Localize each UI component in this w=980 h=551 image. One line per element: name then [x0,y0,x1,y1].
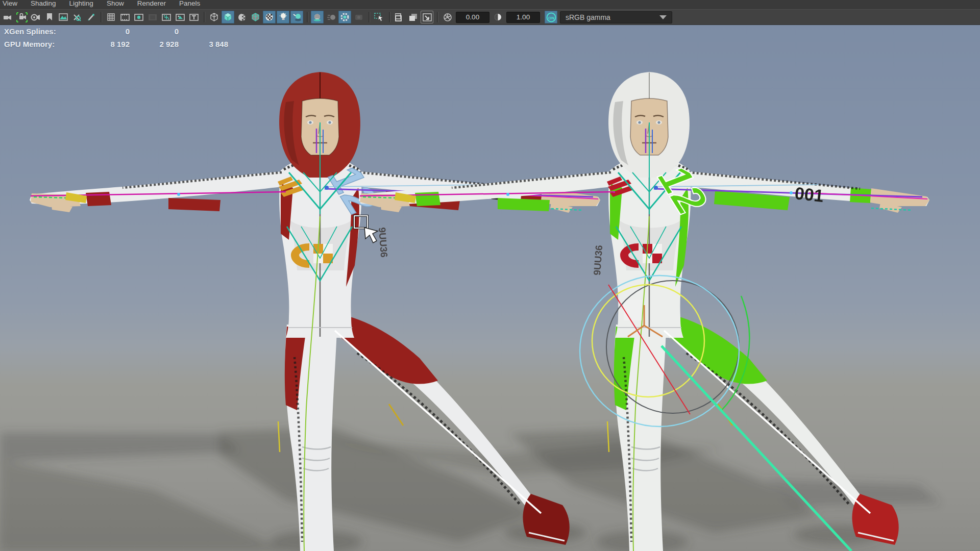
exposure-icon[interactable] [441,11,454,23]
menu-renderer[interactable]: Renderer [137,0,166,7]
red-suit-brand-text: 9UU36 [377,227,389,258]
contrast-icon[interactable] [492,11,504,23]
menu-view[interactable]: View [3,0,17,7]
hud-gpu-value-2: 2 928 [146,40,179,48]
textured-icon[interactable] [235,11,248,23]
svg-text:ON: ON [548,15,554,20]
view-transform-value: sRGB gamma [566,13,610,21]
hud-xgen-value-1: 0 [97,27,130,36]
safe-title-icon[interactable] [187,11,200,23]
image-plane-icon[interactable] [57,11,69,23]
exposure-field[interactable]: 0.00 [456,12,489,23]
isolate-select-icon[interactable] [373,11,385,23]
hud-gpu-label: GPU Memory: [4,40,55,48]
camera-icon[interactable] [2,11,14,23]
hud-gpu-value-1: 8 192 [97,40,130,48]
chevron-down-icon [659,15,667,19]
toolbar-separator [306,12,308,22]
anti-aliasing-icon[interactable] [338,11,351,23]
pan-zoom-icon[interactable] [70,11,83,23]
grease-pencil-icon[interactable] [84,11,97,23]
toolbar-separator [100,12,102,22]
gamma-field[interactable]: 1.00 [506,12,540,23]
menu-lighting[interactable]: Lighting [69,0,93,7]
depth-of-field-icon[interactable] [352,11,365,23]
resolution-gate-icon[interactable] [132,11,145,23]
wireframe-on-shaded-icon[interactable] [249,11,262,23]
toolbar-separator [436,12,438,22]
gamma-on-toggle[interactable]: ON [545,11,557,23]
smooth-shade-icon[interactable] [222,11,234,23]
hud-gpu-value-3: 3 848 [195,40,228,48]
film-gate-icon[interactable] [118,11,131,23]
hud-xgen-value-2: 0 [146,27,179,36]
panel-menu-bar: View Shading Lighting Show Renderer Pane… [0,0,980,9]
safe-action-icon[interactable] [174,11,186,23]
field-chart-icon[interactable] [160,11,173,23]
menu-shading[interactable]: Shading [31,0,56,7]
menu-panels[interactable]: Panels [179,0,200,7]
snapshot-icon[interactable] [393,11,406,23]
toolbar-separator [203,12,205,22]
menu-show[interactable]: Show [107,0,124,7]
toolbar-separator [388,12,390,22]
camera-settings-icon[interactable] [29,11,42,23]
multi-pane-icon[interactable] [407,11,420,23]
maya-viewport-panel: 12 01 9UU36 12 001 9UU36 [0,0,980,551]
panel-toolbar: 0.00 1.00 ON sRGB gamma [0,9,980,25]
image-view-icon[interactable] [421,11,433,23]
shadows-icon[interactable] [290,11,303,23]
lighting-icon[interactable] [277,11,289,23]
grid-icon[interactable] [105,11,117,23]
green-sleeve-number: 001 [794,183,824,206]
view-transform-dropdown[interactable]: sRGB gamma [560,11,672,23]
viewport[interactable]: 12 01 9UU36 12 001 9UU36 [0,0,980,551]
bookmark-icon[interactable] [43,11,56,23]
toolbar-separator [368,12,370,22]
camera-lock-icon[interactable] [15,11,28,23]
motion-blur-icon[interactable] [325,11,337,23]
hud-xgen-label: XGen Splines: [4,27,56,36]
ssao-icon[interactable] [311,11,324,23]
gate-mask-icon[interactable] [146,11,159,23]
green-suit-brand-text: 9UU36 [592,245,604,276]
wireframe-icon[interactable] [208,11,220,23]
use-default-material-icon[interactable] [263,11,276,23]
